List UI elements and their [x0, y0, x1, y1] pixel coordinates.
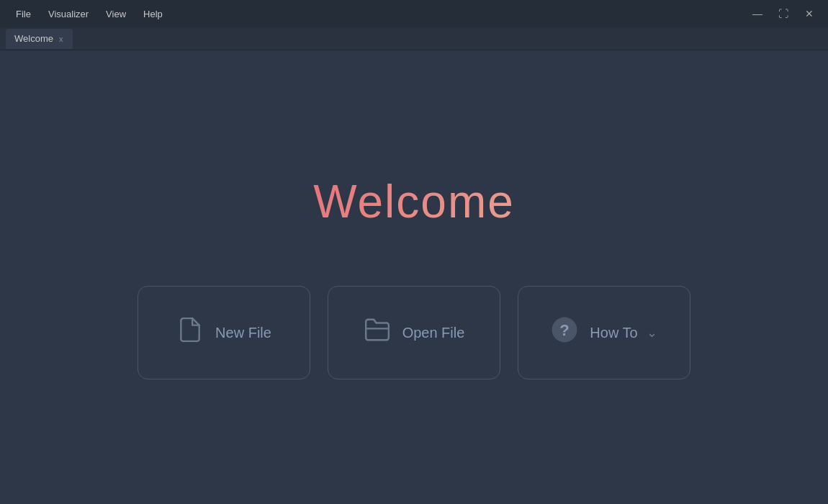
welcome-title: Welcome	[313, 175, 515, 228]
tabbar: Welcome x	[0, 27, 828, 50]
how-to-button[interactable]: ? How To ⌄	[518, 286, 690, 379]
new-file-label: New File	[215, 325, 271, 341]
action-buttons: New File Open File ? How To ⌄	[138, 286, 690, 379]
maximize-button[interactable]: ⛶	[773, 4, 793, 24]
question-icon: ?	[551, 316, 578, 350]
tab-close-button[interactable]: x	[58, 35, 65, 43]
menu-bar: File Visualizer View Help	[9, 6, 170, 22]
chevron-down-icon: ⌄	[647, 325, 657, 341]
svg-text:?: ?	[560, 320, 570, 338]
main-content: Welcome New File Open File	[0, 50, 828, 504]
menu-help[interactable]: Help	[136, 6, 170, 22]
open-file-button[interactable]: Open File	[328, 286, 500, 379]
how-to-label: How To	[590, 325, 637, 341]
menu-view[interactable]: View	[99, 6, 133, 22]
window-controls: — ⛶ ✕	[747, 4, 819, 24]
new-file-button[interactable]: New File	[138, 286, 310, 379]
menu-visualizer[interactable]: Visualizer	[41, 6, 96, 22]
tab-label: Welcome	[14, 33, 53, 44]
menu-file[interactable]: File	[9, 6, 38, 22]
tab-welcome[interactable]: Welcome x	[6, 29, 73, 49]
minimize-button[interactable]: —	[747, 4, 768, 24]
how-to-inner: How To ⌄	[590, 325, 657, 341]
new-file-icon	[176, 316, 204, 350]
open-file-label: Open File	[402, 325, 465, 341]
open-folder-icon	[364, 316, 391, 350]
titlebar: File Visualizer View Help — ⛶ ✕	[0, 0, 828, 27]
close-button[interactable]: ✕	[799, 4, 819, 24]
